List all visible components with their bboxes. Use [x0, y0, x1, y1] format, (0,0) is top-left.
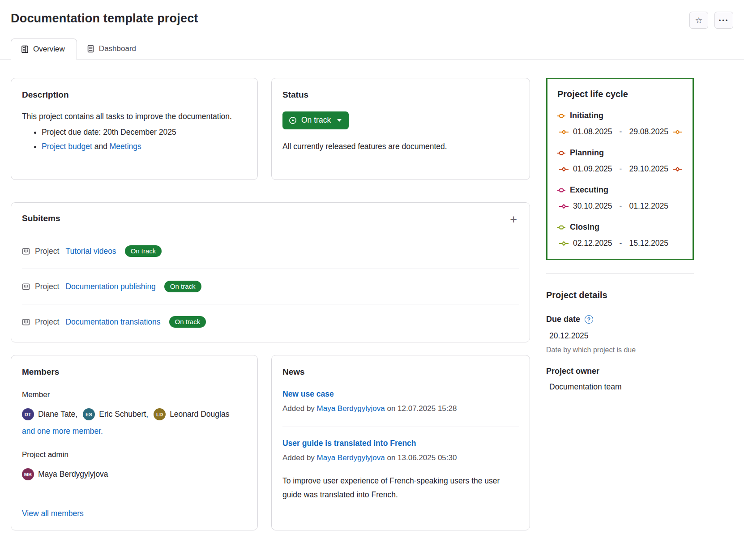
tab-dashboard[interactable]: Dashboard [77, 38, 148, 60]
news-meta-suffix: on 13.06.2025 05:30 [387, 453, 457, 462]
member-item: LD Leonard Douglas [154, 408, 229, 420]
news-meta-suffix: on 12.07.2025 15:28 [387, 404, 457, 413]
bullet-connector-text: and [92, 142, 110, 151]
phase-name: Executing [570, 185, 608, 195]
sidebar: Project life cycle Initiating 01.08.2025… [546, 78, 694, 530]
more-members-link[interactable]: and one more member. [22, 427, 103, 436]
sidebar-divider [546, 274, 694, 274]
phase-name: Initiating [570, 111, 603, 120]
status-note: All currently released features are docu… [282, 142, 519, 151]
admin-name: Maya Berdygylyjova [38, 470, 108, 479]
milestone-icon [559, 167, 569, 171]
status-value: On track [301, 115, 331, 125]
description-text: This project contains all tasks to impro… [22, 110, 247, 124]
phase-dates: 30.10.2025 - 01.12.2025 [557, 201, 683, 211]
phase-start-date: 30.10.2025 [573, 201, 612, 211]
phase-dates: 01.09.2025 - 29.10.2025 [557, 164, 683, 174]
news-item-link[interactable]: New use case [282, 389, 334, 399]
milestone-icon [559, 130, 569, 134]
status-badge: On track [125, 245, 162, 257]
header-actions: ☆ ••• [689, 12, 733, 29]
phase-dates: 01.08.2025 - 29.08.2025 [557, 127, 683, 137]
lifecycle-title: Project life cycle [557, 89, 683, 99]
date-separator: - [617, 201, 625, 211]
subitem-link[interactable]: Documentation translations [65, 317, 160, 327]
milestone-icon [559, 241, 569, 246]
phase-closing: Closing 02.12.2025 - 15.12.2025 [557, 222, 683, 248]
subitem-link[interactable]: Tutorial videos [65, 247, 116, 256]
phase-end-date: 15.12.2025 [629, 239, 668, 248]
news-meta-prefix: Added by [282, 453, 315, 462]
due-date-value: 20.12.2025 [546, 331, 694, 341]
phase-name: Planning [570, 148, 604, 158]
phase-start-date: 01.09.2025 [573, 164, 612, 174]
milestone-icon [673, 167, 682, 171]
iteration-icon [557, 113, 565, 119]
subitem-type: Project [35, 247, 59, 256]
news-meta: Added by Maya Berdygylyjova on 13.06.202… [282, 453, 519, 462]
news-item: User guide is translated into French Add… [282, 427, 519, 501]
news-title: News [282, 367, 519, 377]
subitem-type: Project [35, 282, 59, 291]
avatar: ES [83, 408, 95, 420]
news-item: New use case Added by Maya Berdygylyjova… [282, 389, 519, 413]
milestone-icon [673, 130, 682, 134]
news-item-link[interactable]: User guide is translated into French [282, 439, 416, 448]
due-date-help-text: Date by which project is due [546, 346, 694, 354]
plus-icon: + [510, 213, 517, 226]
date-separator: - [617, 239, 625, 248]
description-card: Description This project contains all ta… [11, 78, 258, 180]
news-meta: Added by Maya Berdygylyjova on 12.07.202… [282, 404, 519, 413]
more-actions-button[interactable]: ••• [714, 12, 733, 29]
phase-name: Closing [570, 222, 599, 232]
project-life-cycle-card: Project life cycle Initiating 01.08.2025… [546, 78, 694, 260]
status-badge: On track [164, 281, 201, 292]
phase-planning: Planning 01.09.2025 - 29.10.2025 [557, 148, 683, 174]
phase-start-date: 01.08.2025 [573, 127, 612, 137]
member-role-label: Member [22, 390, 247, 399]
chevron-down-icon [337, 119, 342, 122]
project-board-icon [22, 318, 30, 326]
avatar: LD [154, 408, 166, 420]
view-all-members-link[interactable]: View all members [22, 509, 84, 518]
iteration-icon [557, 150, 565, 156]
news-author-link[interactable]: Maya Berdygylyjova [317, 404, 385, 413]
ellipsis-icon: ••• [719, 17, 729, 24]
subitems-title: Subitems [22, 214, 60, 223]
news-body: To improve user experience of French-spe… [282, 474, 519, 501]
admin-role-label: Project admin [22, 450, 247, 459]
avatar: MB [22, 468, 34, 480]
star-icon: ☆ [695, 15, 702, 26]
members-card: Members Member DT Diane Tate, ES Eric Sc… [11, 355, 258, 530]
iteration-icon [557, 188, 565, 193]
project-overview-page: Documentation template project ☆ ••• Ove… [0, 0, 744, 548]
phase-dates: 02.12.2025 - 15.12.2025 [557, 239, 683, 248]
project-budget-link[interactable]: Project budget [42, 142, 92, 151]
phase-end-date: 01.12.2025 [629, 201, 668, 211]
favorite-button[interactable]: ☆ [689, 12, 708, 29]
description-title: Description [22, 90, 247, 100]
members-list: DT Diane Tate, ES Eric Schubert, LD Leon… [22, 408, 247, 420]
due-date-label: Due date [546, 315, 580, 324]
status-dropdown-button[interactable]: On track [282, 111, 349, 129]
description-bullet-due-date: Project due date: 20th December 2025 [42, 125, 247, 139]
tab-bar: Overview Dashboard [0, 38, 744, 60]
status-title: Status [282, 90, 519, 100]
news-card: News New use case Added by Maya Berdygyl… [271, 355, 530, 530]
subitem-row: Project Documentation publishing On trac… [22, 269, 519, 304]
subitem-type: Project [35, 317, 59, 327]
news-author-link[interactable]: Maya Berdygylyjova [317, 453, 385, 462]
tab-overview[interactable]: Overview [11, 38, 77, 60]
project-board-icon [22, 248, 30, 255]
admin-item: MB Maya Berdygylyjova [22, 468, 247, 480]
subitem-link[interactable]: Documentation publishing [65, 282, 155, 291]
description-list: Project due date: 20th December 2025 Pro… [42, 125, 247, 154]
subitems-list: Project Tutorial videos On track Project… [22, 234, 519, 339]
phase-executing: Executing 30.10.2025 - 01.12.2025 [557, 185, 683, 211]
meetings-link[interactable]: Meetings [110, 142, 141, 151]
page-title: Documentation template project [11, 12, 198, 26]
dashboard-icon [87, 45, 94, 53]
add-subitem-button[interactable]: + [508, 214, 519, 226]
help-icon[interactable]: ? [585, 315, 593, 324]
member-name: Eric Schubert, [99, 410, 148, 419]
